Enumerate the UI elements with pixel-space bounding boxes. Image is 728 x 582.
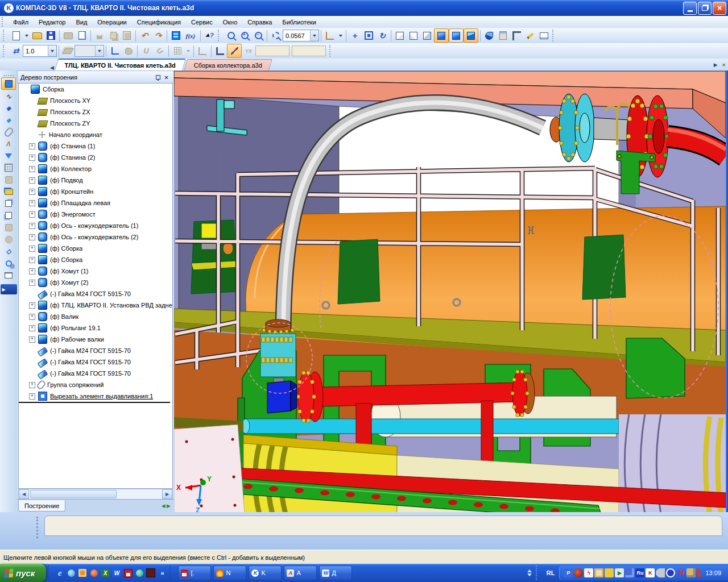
- blob-button[interactable]: [122, 44, 135, 57]
- print-preview-button[interactable]: [75, 29, 89, 42]
- tree-item[interactable]: Плоскость ZX: [19, 106, 172, 118]
- expand-icon[interactable]: +: [29, 211, 35, 218]
- wireframe-button[interactable]: [393, 29, 407, 42]
- tree-item-selected[interactable]: +Вырезать элемент выдавливания:1: [19, 390, 170, 403]
- pin-2-button[interactable]: ◆: [2, 114, 15, 126]
- expand-icon[interactable]: +: [29, 200, 35, 206]
- zoom-out-button[interactable]: −: [251, 29, 265, 42]
- left-stand[interactable]: [191, 220, 238, 294]
- step-combo[interactable]: 1.0: [23, 45, 57, 57]
- tray-scheduler-icon[interactable]: [594, 568, 603, 577]
- menu-libraries[interactable]: Библиотеки: [277, 18, 321, 27]
- rotate-component-button[interactable]: [2, 210, 15, 221]
- expand-icon[interactable]: +: [29, 336, 35, 343]
- zoom-area-button[interactable]: [269, 29, 283, 42]
- property-bar-grip[interactable]: [36, 517, 38, 538]
- print-button[interactable]: [61, 29, 75, 42]
- toolbar-grip-2[interactable]: [218, 30, 222, 42]
- close-panel-button[interactable]: ×: [162, 73, 171, 81]
- expand-icon[interactable]: +: [29, 143, 35, 149]
- tree-item[interactable]: +(ф) Ось - кожуходержатель (1): [19, 220, 172, 231]
- variables-button[interactable]: [169, 29, 183, 42]
- zoom-frame-button[interactable]: [362, 29, 375, 42]
- undo-button[interactable]: ↶: [138, 29, 151, 42]
- tree-item[interactable]: Начало координат: [19, 129, 172, 140]
- expand-icon[interactable]: +: [29, 382, 35, 388]
- load-component-button[interactable]: [2, 186, 15, 197]
- coordinate-x-field[interactable]: [255, 45, 289, 56]
- new-document-button[interactable]: [9, 29, 23, 42]
- taskbar-scroll-buttons[interactable]: [525, 569, 534, 576]
- hidden-lines-button[interactable]: [407, 29, 420, 42]
- tree-item[interactable]: Сборка: [19, 84, 172, 95]
- shaded-edges-button[interactable]: [449, 28, 464, 43]
- spline-button[interactable]: ∿: [2, 90, 15, 102]
- tree-item[interactable]: +(ф) Хомут (2): [19, 277, 172, 288]
- pin-1-button[interactable]: ◆: [2, 102, 15, 114]
- start-button[interactable]: пуск: [0, 564, 46, 582]
- expand-icon[interactable]: +: [29, 223, 35, 229]
- paste-button[interactable]: [120, 29, 134, 42]
- ortho-button[interactable]: [213, 44, 227, 57]
- language-indicator[interactable]: RL: [542, 569, 560, 576]
- sketch-edit-button[interactable]: [523, 29, 537, 42]
- menu-edit[interactable]: Редактор: [34, 18, 71, 27]
- new-sketch-button[interactable]: ◇: [2, 246, 15, 257]
- hidden-thin-button[interactable]: [420, 29, 434, 42]
- pin-panel-button[interactable]: [154, 73, 162, 81]
- tree-item[interactable]: Плоскость ZY: [19, 118, 172, 129]
- tray-blocked-icon[interactable]: [666, 568, 675, 577]
- expand-icon[interactable]: +: [29, 234, 35, 240]
- tray-antivirus-icon[interactable]: [574, 568, 583, 577]
- menu-help[interactable]: Справка: [242, 18, 277, 27]
- coordinate-y-field[interactable]: [292, 45, 326, 56]
- open-button[interactable]: [30, 29, 44, 42]
- expand-icon[interactable]: +: [29, 246, 35, 252]
- save-button[interactable]: [44, 29, 57, 42]
- database-icon[interactable]: [134, 567, 145, 579]
- pan-button[interactable]: +: [348, 29, 362, 42]
- xy-button[interactable]: YX: [242, 44, 255, 57]
- tray-kaspersky-icon[interactable]: K: [646, 568, 655, 577]
- tree-item[interactable]: +(ф) Рабочие валки: [19, 334, 172, 345]
- expand-icon[interactable]: +: [29, 302, 35, 309]
- minimize-button[interactable]: [683, 2, 697, 15]
- zoom-button[interactable]: [224, 29, 238, 42]
- collections-button[interactable]: [2, 257, 15, 269]
- tray-firewall-icon[interactable]: ϟ: [584, 568, 593, 577]
- section-view-button[interactable]: [496, 29, 510, 42]
- clock-app-icon[interactable]: [77, 567, 88, 579]
- messenger-icon[interactable]: [65, 567, 77, 579]
- toolbar-grip[interactable]: [3, 30, 7, 42]
- taskbar-window-1[interactable]: [.: [178, 566, 211, 580]
- quicklaunch-grip[interactable]: [48, 566, 52, 580]
- snap-1-button[interactable]: U: [139, 44, 153, 57]
- tree-item[interactable]: +(ф) Кронштейн: [19, 186, 172, 197]
- copy-button[interactable]: [106, 29, 120, 42]
- expand-icon[interactable]: +: [29, 177, 35, 184]
- tree-item[interactable]: +(ф) ТЛЦ. КВАРТО II. Установка РВД задне…: [19, 300, 172, 311]
- tray-punto-icon[interactable]: Ru: [635, 568, 644, 577]
- taskbar-window-2[interactable]: N: [213, 566, 246, 580]
- taskband-grip[interactable]: [169, 566, 174, 580]
- toolbar-grip-3[interactable]: [3, 45, 7, 57]
- scroll-right-icon[interactable]: ▶: [162, 489, 172, 499]
- menu-window[interactable]: Окно: [218, 18, 243, 27]
- shaded-button[interactable]: [434, 28, 449, 43]
- rotate-button[interactable]: ↻: [375, 29, 389, 42]
- excel-icon[interactable]: X: [100, 567, 111, 579]
- sketch-plane-button[interactable]: [108, 44, 122, 57]
- opera-icon[interactable]: [88, 567, 100, 579]
- orientation-button[interactable]: [323, 29, 337, 42]
- tree-item[interactable]: (-) Гайка М24 ГОСТ 5915-70: [19, 288, 172, 300]
- snap-2-button[interactable]: U: [153, 44, 167, 57]
- tray-database-icon[interactable]: ▶: [615, 568, 624, 577]
- tree-item[interactable]: (-) Гайка М24 ГОСТ 5915-70: [19, 356, 172, 368]
- taskbar-window-5[interactable]: W Д: [319, 566, 352, 580]
- mates-button[interactable]: [2, 126, 15, 138]
- grid-button[interactable]: [171, 44, 184, 57]
- taskbar-window-4[interactable]: A A: [284, 566, 317, 580]
- tree-item[interactable]: +(ф) Коллектор: [19, 163, 172, 174]
- expand-icon[interactable]: +: [29, 166, 35, 172]
- expand-icon[interactable]: +: [29, 257, 35, 263]
